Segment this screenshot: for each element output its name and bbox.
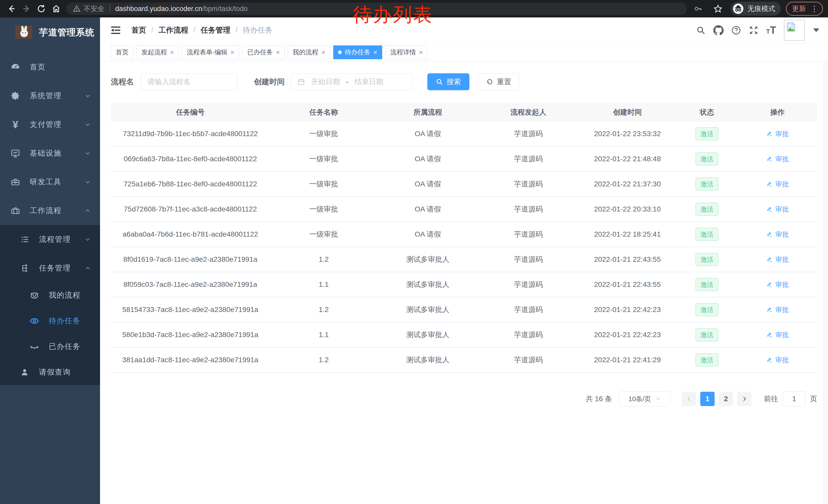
date-range-picker[interactable]: 开始日期 - 结束日期 <box>291 74 412 90</box>
approve-label: 审批 <box>776 230 789 239</box>
prev-page-button[interactable] <box>682 392 696 406</box>
password-key-icon[interactable] <box>691 1 705 16</box>
cell-initiator: 芋道源码 <box>478 229 579 239</box>
security-label: 不安全 <box>84 4 105 13</box>
scrollbar[interactable] <box>823 17 828 504</box>
font-size-icon[interactable]: TT <box>766 25 776 36</box>
search-button[interactable]: 搜索 <box>427 73 469 90</box>
approve-link[interactable]: 审批 <box>738 280 817 289</box>
approve-label: 审批 <box>776 280 789 289</box>
cell-initiator: 芋道源码 <box>478 204 579 214</box>
cell-task-id: 580e1b3d-7ac8-11ec-a9e2-a2380e71991a <box>111 331 270 339</box>
tab-process-detail[interactable]: 流程详情 × <box>385 45 427 59</box>
cell-task-id: 8f059c03-7ac8-11ec-a9e2-a2380e71991a <box>111 280 270 289</box>
page-button-2[interactable]: 2 <box>719 392 733 406</box>
search-icon[interactable] <box>696 26 706 35</box>
approve-link[interactable]: 审批 <box>738 130 817 138</box>
cell-task-name: 1.1 <box>270 331 378 339</box>
status-badge: 激活 <box>695 303 718 316</box>
goto-page-input[interactable] <box>783 392 805 406</box>
cell-process: 测试多审批人 <box>378 255 478 264</box>
bookmark-star-icon[interactable] <box>710 1 726 16</box>
breadcrumb-home[interactable]: 首页 <box>131 25 146 35</box>
approve-link[interactable]: 审批 <box>738 305 817 314</box>
sidebar-item-process-management[interactable]: 流程管理 <box>0 225 100 254</box>
browser-back-icon[interactable] <box>4 1 19 16</box>
tab-label: 流程表单-编辑 <box>187 48 227 56</box>
chevron-down-icon <box>84 121 91 128</box>
app-logo <box>15 26 32 39</box>
close-icon[interactable]: × <box>231 49 235 56</box>
browser-home-icon[interactable] <box>49 1 64 16</box>
browser-reload-icon[interactable] <box>34 1 49 16</box>
sidebar-item-label: 首页 <box>30 62 46 72</box>
table-header: 任务编号 任务名称 所属流程 流程发起人 创建时间 状态 操作 <box>111 103 817 122</box>
cell-task-id: 725a1eb6-7b88-11ec-8ef0-acde48001122 <box>111 180 270 188</box>
sidebar-item-dev-tools[interactable]: 研发工具 <box>0 168 100 196</box>
table-row: a6aba0a4-7b6d-11ec-b781-acde48001122 一级审… <box>111 222 817 247</box>
calendar-icon <box>297 78 305 86</box>
github-icon[interactable] <box>713 25 723 35</box>
approve-link[interactable]: 审批 <box>738 330 817 339</box>
close-icon[interactable]: × <box>170 49 174 56</box>
sidebar-item-done-tasks[interactable]: 已办任务 <box>0 334 100 359</box>
cell-process: OA 请假 <box>378 154 478 164</box>
sidebar-item-task-management[interactable]: 任务管理 <box>0 254 100 282</box>
breadcrumb-task-management[interactable]: 任务管理 <box>201 25 230 35</box>
page-size-select[interactable]: 10条/页 <box>619 392 670 406</box>
close-icon[interactable]: × <box>373 49 377 56</box>
col-created: 创建时间 <box>579 107 676 117</box>
status-badge: 激活 <box>695 152 718 166</box>
avatar[interactable] <box>784 20 805 41</box>
close-icon[interactable]: × <box>321 49 325 56</box>
sidebar-item-todo-tasks[interactable]: 待办任务 <box>0 308 100 334</box>
close-icon[interactable]: × <box>276 49 280 56</box>
tab-home[interactable]: 首页 <box>111 45 133 59</box>
avatar-dropdown-caret-icon[interactable] <box>813 29 819 32</box>
sidebar-item-leave-query[interactable]: 请假查询 <box>0 359 100 385</box>
approve-link[interactable]: 审批 <box>738 180 817 189</box>
sidebar-item-payment[interactable]: ¥ 支付管理 <box>0 110 100 139</box>
approve-label: 审批 <box>776 154 789 164</box>
cell-task-name: 1.1 <box>270 280 378 289</box>
help-icon[interactable] <box>731 26 741 35</box>
fullscreen-icon[interactable] <box>749 26 758 35</box>
breadcrumb-workflow[interactable]: 工作流程 <box>159 25 188 35</box>
approve-link[interactable]: 审批 <box>738 230 817 239</box>
page-button-1[interactable]: 1 <box>700 392 715 406</box>
sidebar-item-infrastructure[interactable]: 基础设施 <box>0 139 100 168</box>
approve-link[interactable]: 审批 <box>738 356 817 365</box>
approve-link[interactable]: 审批 <box>738 255 817 264</box>
chevron-up-icon <box>84 265 91 272</box>
app-title: 芋道管理系统 <box>39 27 94 39</box>
col-process: 所属流程 <box>378 107 478 117</box>
sidebar-item-system[interactable]: 系统管理 <box>0 82 100 110</box>
approve-link[interactable]: 审批 <box>738 154 817 164</box>
col-actions: 操作 <box>738 107 817 117</box>
tab-label: 已办任务 <box>247 48 273 56</box>
cell-task-name: 一级审批 <box>270 154 378 164</box>
tab-label: 发起流程 <box>141 48 167 56</box>
browser-menu-icon[interactable]: ⋮ <box>811 4 818 13</box>
next-page-button[interactable] <box>737 392 752 406</box>
chevron-down-icon <box>84 236 91 243</box>
status-badge: 激活 <box>695 202 718 216</box>
tab-done-tasks[interactable]: 已办任务 × <box>242 45 285 59</box>
tab-todo-tasks[interactable]: 待办任务 × <box>333 45 382 59</box>
sidebar-item-home[interactable]: 首页 <box>0 53 100 82</box>
tab-start-process[interactable]: 发起流程 × <box>136 45 179 59</box>
reset-button[interactable]: 重置 <box>478 73 519 90</box>
flow-tree-icon <box>19 264 30 273</box>
browser-forward-icon[interactable] <box>19 1 34 16</box>
tab-process-form-edit[interactable]: 流程表单-编辑 × <box>182 45 239 59</box>
approve-link[interactable]: 审批 <box>738 205 817 214</box>
sidebar-item-workflow[interactable]: 工作流程 <box>0 196 100 225</box>
sidebar-item-my-process[interactable]: 我的流程 <box>0 282 100 308</box>
close-icon[interactable]: × <box>419 49 423 56</box>
browser-update-button[interactable]: 更新 ⋮ <box>786 2 823 16</box>
app-logo-row[interactable]: 芋道管理系统 <box>0 17 100 47</box>
sidebar-collapse-icon[interactable] <box>110 26 121 35</box>
tab-label: 首页 <box>116 48 128 56</box>
process-name-input[interactable] <box>140 74 238 90</box>
tab-my-process[interactable]: 我的流程 × <box>288 45 330 59</box>
